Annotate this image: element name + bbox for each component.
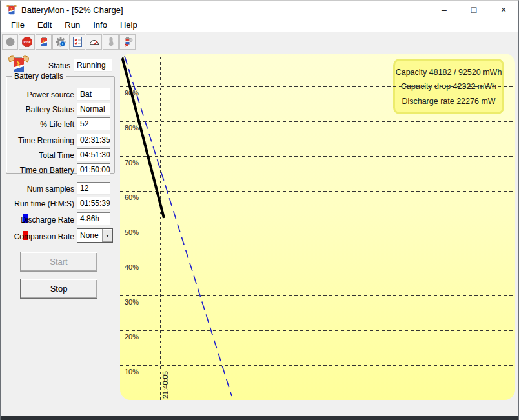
foot-icon [106,37,116,47]
time-on-battery-label: Time on Battery [3,166,74,175]
charge-line [122,57,164,218]
gauge-icon [89,37,99,47]
total-time-label: Total Time [3,151,74,160]
battery-status-label: Battery Status [3,105,74,114]
svg-text:STOP: STOP [23,41,30,44]
run-time-field: 01:55:39 [77,197,110,210]
battery-error-button[interactable] [119,34,136,50]
chevron-down-icon[interactable]: ▼ [102,229,112,242]
close-button[interactable]: × [489,1,518,19]
battery-status-field: Normal [77,103,110,115]
title-bar: BatteryMon - [52% Charge] – □ × [1,1,518,19]
battery-info-button[interactable] [36,34,52,50]
start-button[interactable]: Start [20,252,97,272]
record-button[interactable] [2,34,18,50]
battery-details-title: Battery details [12,72,66,81]
menu-info[interactable]: Info [88,19,112,31]
battery-chart: Capacity 48182 / 92520 mWh Capacity drop… [120,54,515,400]
toolbar: STOP i [1,33,518,50]
stop-button[interactable]: Stop [20,279,97,299]
power-source-field: Bat [77,88,110,101]
num-samples-label: Num samples [3,185,74,194]
comparison-rate-select[interactable]: None ▼ [77,228,113,243]
comparison-rate-value: None [77,229,102,242]
run-time-label: Run time (H:M:S) [3,199,74,208]
projection-line [125,56,232,396]
power-source-label: Power source [3,90,74,99]
life-left-label: % Life left [3,120,74,129]
menu-bar: File Edit Run Info Help [1,19,518,32]
chart-series-lines [120,54,515,400]
settings-button[interactable]: i [52,34,68,50]
time-remaining-field: 02:31:35 [77,134,110,146]
menu-edit[interactable]: Edit [32,19,57,31]
discharge-rate-label: Discharge Rate [3,215,74,225]
minimize-button[interactable]: – [429,1,459,19]
discharge-rate-field: 4.86h [77,212,110,225]
menu-run[interactable]: Run [59,19,85,31]
comparison-rate-label: Comparison Rate [3,232,74,241]
gauge-button[interactable] [86,34,102,50]
battery-icon [39,37,49,47]
total-time-field: 04:51:30 [77,148,110,161]
life-left-field: 52 [77,117,110,130]
foot-button[interactable] [103,34,119,50]
stop-sign-icon: STOP [22,37,32,47]
checklist-icon [72,37,83,47]
time-remaining-label: Time Remaining [3,136,74,145]
window-bottom-edge [1,416,518,420]
menu-file[interactable]: File [6,19,30,31]
time-on-battery-field: 01:50:00 [77,163,110,176]
record-icon [5,37,15,47]
menu-help[interactable]: Help [115,19,143,31]
window-title: BatteryMon - [52% Charge] [21,5,123,15]
num-samples-field: 12 [77,182,110,195]
checklist-button[interactable] [69,34,85,50]
maximize-button[interactable]: □ [459,1,489,19]
batterymon-window: BatteryMon - [52% Charge] – □ × File Edi… [0,0,519,420]
battery-error-icon [123,37,133,47]
app-battery-icon [6,4,17,15]
status-label: Status [3,61,70,70]
status-field: Running [74,59,112,72]
stop-button-toolbar[interactable]: STOP [19,34,35,50]
gear-info-icon: i [56,37,66,47]
svg-text:i: i [62,41,63,46]
